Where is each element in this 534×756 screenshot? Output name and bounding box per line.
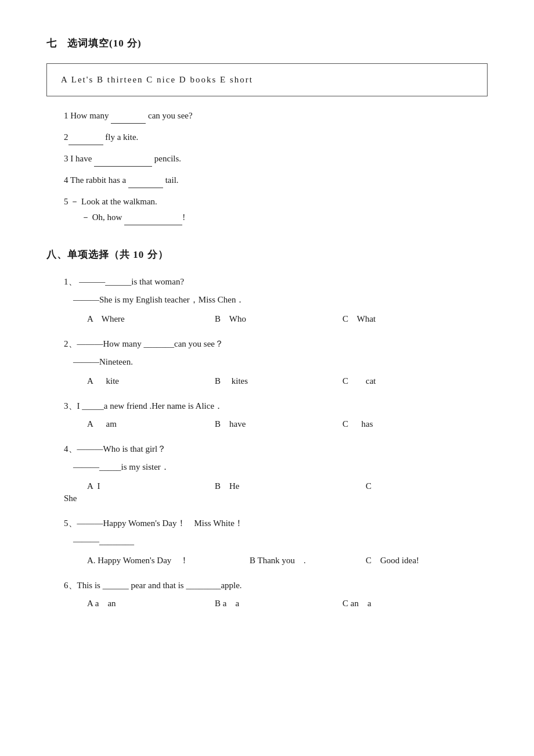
mc-options-5: A. Happy Women's Day ！ B Thank you . C G… [64,553,488,568]
fill-item-2-after: fly a kite. [103,132,139,142]
blank-5 [124,216,182,225]
mc-option-6c: C an a [342,596,470,611]
mc-list: 1、 ———______is that woman? ———She is my … [46,274,488,611]
mc-option-3a: A am [87,416,215,432]
fill-item-5-line2: － Oh, how ! [64,210,488,225]
blank-1 [111,114,146,124]
mc-option-6b: B a a [215,596,342,611]
mc-options-4: A I B He C [64,478,488,494]
fill-item-4: 4 The rabbit has a tail. [64,172,488,188]
mc-option-2b: B kites [215,373,342,389]
fill-item-4-num: 4 The rabbit has a [64,175,128,185]
mc-item-1: 1、 ———______is that woman? ———She is my … [64,274,488,327]
mc-question-2: 2、———How many _______can you see？ [64,336,488,352]
blank-3 [94,157,152,167]
blank-2 [68,136,103,145]
mc-options-2: A kite B kites C cat [64,373,488,389]
section-8: 八、单项选择（共 10 分） 1、 ———______is that woman… [46,246,488,612]
mc-item-5: 5、———Happy Women's Day！ Miss White！ ———_… [64,516,488,568]
fill-blank-list: 1 How many can you see? 2 fly a kite. 3 … [46,108,488,225]
fill-item-3-after: pencils. [152,154,181,163]
mc-option-4a: A I [87,478,215,494]
fill-item-3-num: 3 I have [64,154,94,163]
mc-question-1: 1、 ———______is that woman? [64,274,488,290]
mc-option-6a: A a an [87,596,215,611]
word-choice-box: A Let's B thirteen C nice D books E shor… [46,63,488,96]
mc-answer-5: ———________ [64,534,488,549]
fill-item-1-num: 1 How many [64,111,111,120]
fill-item-2: 2 fly a kite. [64,129,488,145]
mc-answer-1: ———She is my English teacher，Miss Chen． [64,292,488,308]
fill-item-5-line1: 5 － Look at the walkman. [64,194,488,210]
fill-item-1-after: can you see? [146,111,192,120]
blank-4 [128,179,163,188]
mc-option-5a: A. Happy Women's Day ！ [87,553,250,568]
mc-option-4c: C [366,478,493,494]
section-7: 七 选词填空(10 分) A Let's B thirteen C nice D… [46,35,488,225]
mc-option-5c: C Good idea! [366,553,493,568]
mc-question-4: 4、———Who is that girl？ [64,441,488,457]
mc-item-6: 6、This is ______ pear and that is ______… [64,578,488,611]
mc-item-2: 2、———How many _______can you see？ ———Nin… [64,336,488,389]
mc-option-2c: C cat [342,373,470,389]
mc-question-5: 5、———Happy Women's Day！ Miss White！ [64,516,488,531]
mc-option-3b: B have [215,416,342,432]
fill-item-3: 3 I have pencils. [64,151,488,167]
section-7-title: 七 选词填空(10 分) [46,35,488,53]
mc-options-6: A a an B a a C an a [64,596,488,611]
mc-option-2a: A kite [87,373,215,389]
fill-item-2-num: 2 [64,132,68,142]
mc-option-5b: B Thank you . [250,553,366,568]
mc-answer-4: ———_____is my sister． [64,459,488,475]
mc-options-1: A Where B Who C What [64,311,488,327]
mc-options-3: A am B have C has [64,416,488,432]
mc-item-4: 4、———Who is that girl？ ———_____is my sis… [64,441,488,506]
mc-option-1a: A Where [87,311,215,327]
mc-answer-2: ———Nineteen. [64,354,488,370]
mc-option-4b: B He [215,478,366,494]
fill-item-1: 1 How many can you see? [64,108,488,124]
mc-question-3: 3、I _____a new friend .Her name is Alice… [64,398,488,414]
mc-option-1b: B Who [215,311,342,327]
fill-item-5: 5 － Look at the walkman. － Oh, how ! [64,194,488,225]
mc-question-6: 6、This is ______ pear and that is ______… [64,578,488,593]
mc-option-3c: C has [342,416,470,432]
mc-item-3: 3、I _____a new friend .Her name is Alice… [64,398,488,432]
fill-item-4-after: tail. [163,175,179,185]
section-8-title: 八、单项选择（共 10 分） [46,246,488,264]
mc-option-1c: C What [342,311,470,327]
